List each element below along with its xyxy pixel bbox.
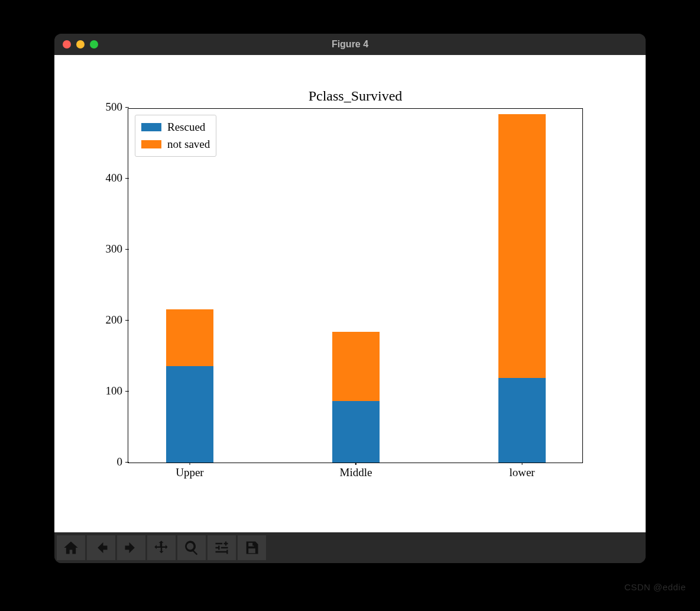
maximize-button[interactable]	[90, 40, 98, 49]
legend: Rescued not saved	[135, 115, 216, 157]
legend-swatch-rescued	[141, 123, 161, 131]
save-button[interactable]	[238, 535, 266, 560]
legend-label-rescued: Rescued	[167, 119, 205, 136]
bar-segment	[498, 378, 546, 463]
window-title: Figure 4	[54, 39, 646, 50]
save-icon	[244, 539, 260, 556]
x-tick-label: Upper	[176, 466, 203, 479]
sliders-icon	[213, 539, 230, 556]
bar-lower	[498, 114, 546, 463]
y-tick-label: 200	[106, 313, 123, 326]
home-button[interactable]	[57, 535, 85, 560]
x-tick-label: lower	[509, 466, 534, 479]
bar-segment	[332, 401, 380, 463]
zoom-icon	[183, 539, 200, 556]
arrow-right-icon	[123, 539, 140, 556]
plot-area: Pclass_Survived Rescued not saved 010020…	[54, 55, 646, 532]
bar-segment	[166, 309, 214, 366]
close-button[interactable]	[63, 40, 71, 49]
figure-window: Figure 4 Pclass_Survived Rescued not sav…	[54, 34, 646, 563]
titlebar: Figure 4	[54, 34, 646, 55]
minimize-button[interactable]	[76, 40, 85, 49]
legend-item-rescued: Rescued	[141, 119, 210, 136]
matplotlib-toolbar	[54, 532, 646, 563]
bar-segment	[166, 366, 214, 463]
chart-axes: Rescued not saved 0100200300400500UpperM…	[128, 108, 583, 463]
x-tick: lower	[509, 466, 534, 479]
arrow-left-icon	[93, 539, 109, 556]
pan-button[interactable]	[147, 535, 176, 560]
legend-item-notsaved: not saved	[141, 136, 210, 153]
forward-button[interactable]	[117, 535, 145, 560]
y-tick-label: 400	[106, 172, 123, 185]
bar-segment	[498, 114, 546, 378]
configure-subplots-button[interactable]	[208, 535, 236, 560]
legend-swatch-notsaved	[141, 140, 161, 148]
x-tick: Middle	[340, 466, 372, 479]
back-button[interactable]	[87, 535, 115, 560]
move-icon	[153, 539, 170, 556]
bar-segment	[332, 332, 380, 400]
watermark: CSDN @eddie	[624, 582, 686, 592]
y-tick-label: 500	[106, 101, 123, 114]
x-tick-label: Middle	[340, 466, 372, 479]
x-tick: Upper	[176, 466, 203, 479]
home-icon	[63, 539, 79, 556]
y-tick-label: 0	[117, 455, 123, 468]
legend-label-notsaved: not saved	[167, 136, 210, 153]
bar-middle	[332, 332, 380, 463]
traffic-lights	[63, 40, 98, 49]
y-tick-label: 100	[106, 384, 123, 397]
chart-title: Pclass_Survived	[128, 88, 583, 104]
zoom-button[interactable]	[177, 535, 206, 560]
bar-upper	[166, 309, 214, 463]
y-tick-label: 300	[106, 243, 123, 256]
